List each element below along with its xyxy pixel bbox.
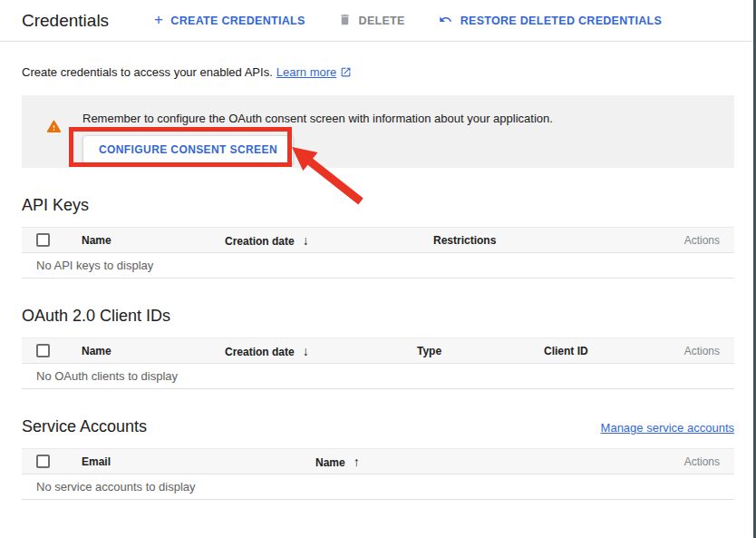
learn-more-link[interactable]: Learn more: [276, 65, 352, 79]
api-keys-title: API Keys: [22, 196, 89, 215]
intro-text: Create credentials to access your enable…: [0, 42, 756, 81]
plus-icon: +: [154, 12, 163, 27]
api-keys-section: API Keys Name Creation date↓ Restriction…: [22, 196, 734, 279]
oauth-clients-section: OAuth 2.0 Client IDs Name Creation date↓…: [22, 307, 734, 389]
api-keys-col-restrictions[interactable]: Restrictions: [422, 234, 662, 247]
create-credentials-label: CREATE CREDENTIALS: [170, 15, 305, 27]
oauth-col-name[interactable]: Name: [71, 345, 214, 357]
external-link-icon: [340, 67, 352, 81]
warning-icon: [45, 119, 63, 168]
oauth-col-type[interactable]: Type: [406, 345, 533, 357]
sort-desc-icon: ↓: [303, 344, 309, 358]
sort-desc-icon: ↓: [303, 233, 309, 248]
configure-consent-screen-button[interactable]: CONFIGURE CONSENT SCREEN: [82, 135, 294, 164]
api-keys-col-actions: Actions: [662, 234, 734, 247]
service-accounts-col-email[interactable]: Email: [71, 455, 305, 468]
restore-label: RESTORE DELETED CREDENTIALS: [460, 15, 662, 27]
undo-icon: [438, 13, 453, 29]
sort-asc-icon: ↑: [354, 455, 360, 469]
oauth-col-client-id[interactable]: Client ID: [533, 345, 662, 357]
api-keys-col-name[interactable]: Name: [71, 234, 214, 247]
delete-button[interactable]: DELETE: [338, 13, 405, 29]
oauth-clients-title: OAuth 2.0 Client IDs: [22, 307, 170, 326]
trash-icon: [338, 13, 352, 29]
api-keys-empty-state: No API keys to display: [22, 253, 734, 279]
oauth-select-all-checkbox[interactable]: [36, 344, 50, 357]
banner-message: Remember to configure the OAuth consent …: [82, 112, 553, 125]
restore-deleted-credentials-button[interactable]: RESTORE DELETED CREDENTIALS: [438, 13, 662, 29]
oauth-warning-banner: Remember to configure the OAuth consent …: [22, 95, 734, 168]
toolbar: Credentials + CREATE CREDENTIALS DELETE …: [0, 0, 756, 42]
service-accounts-col-name[interactable]: Name↑: [305, 455, 662, 469]
oauth-empty-state: No OAuth clients to display: [22, 364, 734, 389]
oauth-clients-table-header: Name Creation date↓ Type Client ID Actio…: [22, 337, 734, 364]
oauth-col-actions: Actions: [662, 345, 734, 357]
service-accounts-table-header: Email Name↑ Actions: [22, 448, 734, 474]
api-keys-select-all-checkbox[interactable]: [36, 233, 50, 247]
oauth-col-creation-date[interactable]: Creation date↓: [214, 344, 406, 358]
delete-label: DELETE: [359, 15, 405, 27]
service-accounts-title: Service Accounts: [22, 417, 147, 436]
credentials-page: Credentials + CREATE CREDENTIALS DELETE …: [0, 0, 756, 538]
api-keys-col-creation-date[interactable]: Creation date↓: [214, 233, 422, 248]
service-accounts-section: Service Accounts Manage service accounts…: [22, 417, 734, 500]
api-keys-table-header: Name Creation date↓ Restrictions Actions: [22, 227, 734, 253]
service-accounts-select-all-checkbox[interactable]: [36, 455, 50, 468]
page-title: Credentials: [22, 11, 109, 31]
service-accounts-col-actions: Actions: [662, 455, 734, 468]
manage-service-accounts-link[interactable]: Manage service accounts: [601, 421, 734, 435]
service-accounts-empty-state: No service accounts to display: [22, 474, 734, 500]
create-credentials-button[interactable]: + CREATE CREDENTIALS: [154, 13, 305, 28]
